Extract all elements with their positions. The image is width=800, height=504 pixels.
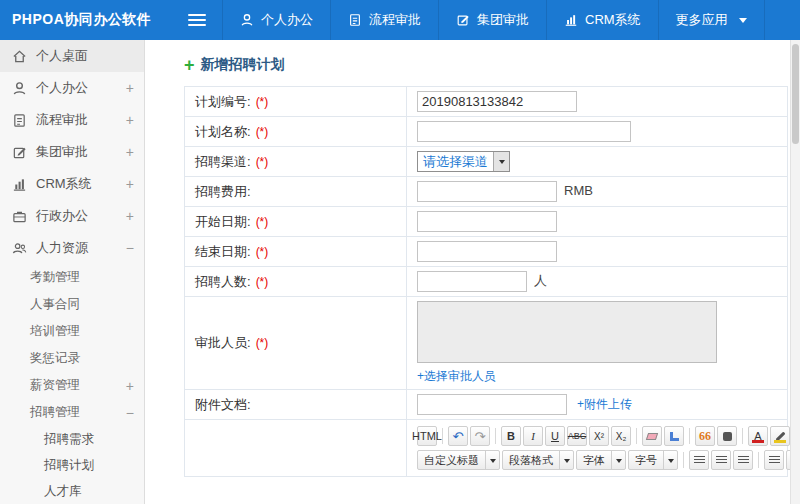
approver-textarea[interactable] [417,301,717,363]
start-date-input[interactable] [417,211,557,232]
sidebar-item-personnel-contract[interactable]: 人事合同 [0,291,144,318]
align-right-button[interactable] [733,450,753,470]
toolbar-separator [442,428,443,444]
plan-name-input[interactable] [417,121,631,142]
expand-plus-icon[interactable]: + [126,113,134,127]
chevron-down-icon [611,451,625,469]
channel-select-value: 请选择渠道 [418,152,493,171]
sidebar-item-crm-system[interactable]: CRM系统 + [0,168,144,200]
sidebar-item-talent-pool[interactable]: 人才库 [0,478,144,504]
paragraph-format-dropdown[interactable]: 段落格式 [502,450,574,470]
home-icon [12,49,27,64]
html-source-button[interactable]: HTML [417,426,437,446]
align-center-button[interactable] [711,450,731,470]
field-label: 开始日期: [195,214,251,229]
form-row-plan-number: 计划编号:(*) [185,87,788,117]
add-plus-icon: + [184,58,195,72]
custom-heading-dropdown[interactable]: 自定义标题 [417,450,500,470]
redo-button[interactable]: ↷ [470,426,490,446]
select-approver-link[interactable]: +选择审批人员 [417,368,496,385]
brush-icon [670,432,679,441]
collapse-minus-icon[interactable]: − [126,241,134,255]
fee-input[interactable] [417,181,557,202]
sidebar-item-attendance-management[interactable]: 考勤管理 [0,264,144,291]
toolbar-separator [495,428,496,444]
expand-plus-icon[interactable]: + [126,177,134,191]
format-painter-button[interactable] [664,426,684,446]
nav-crm-system[interactable]: CRM系统 [546,0,658,40]
app-logo[interactable]: PHPOA协同办公软件 [0,11,150,29]
nav-group-approval[interactable]: 集团审批 [438,0,546,40]
sidebar-item-label: 流程审批 [36,111,88,129]
edit-icon [12,145,27,160]
italic-button[interactable]: I [523,426,543,446]
bold-button[interactable]: B [501,426,521,446]
page-title-text: 新增招聘计划 [201,56,285,74]
scrollbar-thumb[interactable] [792,44,799,144]
sidebar-item-label: 考勤管理 [30,269,80,286]
underline-button[interactable]: U [545,426,565,446]
sidebar-item-personal-desktop[interactable]: 个人桌面 [0,40,144,72]
expand-plus-icon[interactable]: + [126,145,134,159]
subscript-button[interactable]: X₂ [611,426,631,446]
nav-workflow-approval[interactable]: 流程审批 [330,0,438,40]
collapse-minus-icon[interactable]: − [126,406,134,420]
superscript-button[interactable]: X² [589,426,609,446]
remove-format-button[interactable] [642,426,662,446]
sidebar-item-personal-office[interactable]: 个人办公 + [0,72,144,104]
toolbar-separator [742,428,743,444]
chevron-down-icon [493,152,509,171]
toolbar-separator [636,428,637,444]
channel-select[interactable]: 请选择渠道 [417,151,510,172]
font-family-dropdown[interactable]: 字体 [576,450,626,470]
nav-more-apps[interactable]: 更多应用 [658,0,765,40]
menu-bar [188,14,206,16]
sidebar: 个人桌面 个人办公 + 流程审批 + 集团审批 + [0,40,145,504]
align-left-button[interactable] [689,450,709,470]
eraser-icon [646,433,658,440]
sidebar-item-group-approval[interactable]: 集团审批 + [0,136,144,168]
font-size-dropdown[interactable]: 字号 [628,450,678,470]
blockquote-button[interactable]: 66 [695,426,715,446]
document-list-icon [348,13,362,27]
strikethrough-button[interactable]: ABC [567,426,587,446]
sidebar-item-recruitment-plan[interactable]: 招聘计划 [0,452,144,478]
sidebar-item-recruitment-management[interactable]: 招聘管理 − [0,399,144,426]
sidebar-item-human-resources[interactable]: 人力资源 − [0,232,144,264]
menu-bar [188,19,206,21]
dropdown-label: 自定义标题 [418,453,485,468]
menu-icon[interactable] [188,14,206,26]
sidebar-item-label: 人力资源 [36,239,88,257]
sidebar-item-training-management[interactable]: 培训管理 [0,318,144,345]
menu-bar [188,24,206,26]
required-mark: (*) [256,245,269,259]
horizontal-rule-button[interactable] [717,426,737,446]
font-color-button[interactable]: A [748,426,768,446]
expand-plus-icon[interactable]: + [126,81,134,95]
form-row-headcount: 招聘人数:(*) 人 [185,267,788,297]
plan-number-input[interactable] [417,91,577,112]
sidebar-item-recruitment-needs[interactable]: 招聘需求 [0,426,144,452]
nav-personal-office[interactable]: 个人办公 [222,0,330,40]
attachment-input[interactable] [417,394,567,415]
vertical-scrollbar[interactable] [790,40,800,504]
color-bar [752,440,764,443]
outdent-button[interactable] [764,450,784,470]
dropdown-label: 字体 [577,453,611,468]
sidebar-item-reward-records[interactable]: 奖惩记录 [0,345,144,372]
sidebar-item-administrative-office[interactable]: 行政办公 + [0,200,144,232]
expand-plus-icon[interactable]: + [126,379,134,393]
toolbar-separator [683,452,684,468]
undo-button[interactable]: ↶ [448,426,468,446]
chevron-down-icon [663,451,677,469]
edit-icon [456,13,470,27]
end-date-input[interactable] [417,241,557,262]
sidebar-item-salary-management[interactable]: 薪资管理 + [0,372,144,399]
nav-label: 个人办公 [261,11,313,29]
attachment-upload-link[interactable]: +附件上传 [577,397,632,411]
sidebar-item-label: 奖惩记录 [30,350,80,367]
headcount-input[interactable] [417,271,527,292]
expand-plus-icon[interactable]: + [126,209,134,223]
sidebar-item-workflow-approval[interactable]: 流程审批 + [0,104,144,136]
highlight-color-button[interactable] [770,426,790,446]
